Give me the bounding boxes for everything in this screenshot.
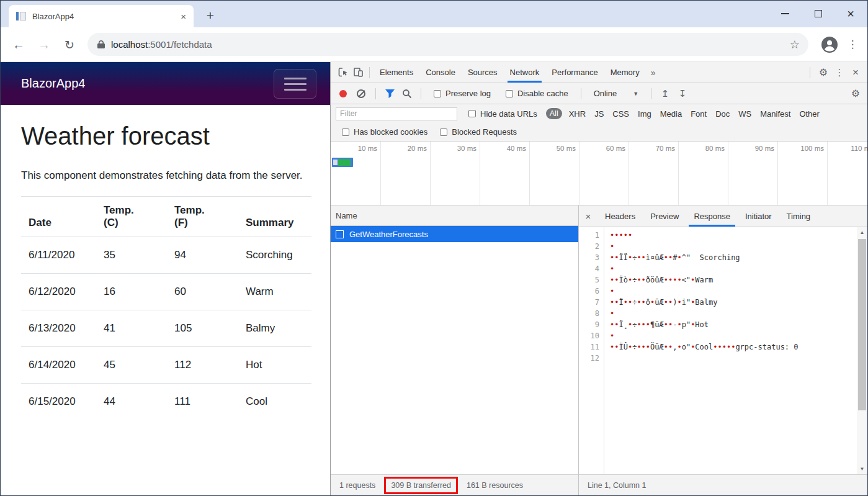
filter-type-manifest[interactable]: Manifest [756, 109, 795, 119]
filter-type-media[interactable]: Media [656, 109, 686, 119]
filter-type-img[interactable]: Img [633, 109, 656, 119]
response-text: <" [682, 276, 691, 284]
navbar-toggler-button[interactable] [274, 69, 316, 99]
preserve-log-toggle[interactable]: Preserve log [434, 89, 491, 98]
devtools-tab-memory[interactable]: Memory [604, 62, 646, 83]
checkbox-icon[interactable] [434, 90, 441, 97]
new-tab-button[interactable]: + [202, 7, 219, 24]
window-maximize-button[interactable] [809, 6, 828, 22]
window-minimize-button[interactable] [776, 6, 794, 22]
filter-type-css[interactable]: CSS [608, 109, 633, 119]
throttling-dropdown[interactable]: Online ▼ [594, 89, 639, 98]
response-text: ô [646, 298, 650, 307]
scroll-down-icon[interactable]: ▼ [857, 464, 867, 474]
filter-type-font[interactable]: Font [686, 109, 711, 119]
browser-tab[interactable]: BlazorApp4 × [9, 5, 194, 27]
record-button[interactable] [339, 90, 347, 97]
has-blocked-cookies-toggle[interactable]: Has blocked cookies [342, 127, 427, 137]
network-overview-timeline[interactable]: 10 ms20 ms30 ms40 ms50 ms60 ms70 ms80 ms… [331, 142, 867, 205]
disable-cache-toggle[interactable]: Disable cache [506, 89, 568, 98]
devtools-menu-icon[interactable]: ⋮ [833, 67, 846, 78]
line-number-gutter: 123456789101112 [579, 227, 604, 474]
more-tabs-button[interactable]: » [646, 62, 661, 83]
table-row: 6/11/20203594Scorching [21, 237, 311, 274]
scrollbar-thumb[interactable] [858, 239, 866, 410]
devtools-settings-icon[interactable]: ⚙ [817, 66, 830, 78]
request-list-name-header[interactable]: Name [331, 205, 578, 226]
response-tab-initiator[interactable]: Initiator [738, 205, 779, 227]
binary-byte-marker: • [610, 287, 614, 295]
export-har-icon[interactable]: ↧ [675, 88, 690, 99]
checkbox-icon[interactable] [468, 110, 476, 117]
address-bar[interactable]: localhost:5001/fetchdata ☆ [87, 33, 808, 56]
filter-type-all[interactable]: All [546, 108, 562, 119]
profile-avatar[interactable] [821, 37, 838, 53]
filter-funnel-icon[interactable] [382, 89, 397, 98]
devtools-top-right-icons: ⚙ ⋮ × [806, 66, 867, 79]
filter-type-js[interactable]: JS [590, 109, 608, 119]
devtools-close-icon[interactable]: × [849, 66, 862, 79]
binary-byte-marker: • [610, 309, 614, 318]
response-scrollbar[interactable]: ▲ ▼ [857, 227, 867, 474]
blocked-requests-toggle[interactable]: Blocked Requests [440, 127, 517, 137]
devtools-tab-sources[interactable]: Sources [462, 62, 504, 83]
devtools-tab-elements[interactable]: Elements [374, 62, 419, 83]
response-tab-response[interactable]: Response [686, 205, 738, 227]
url-text[interactable]: localhost:5001/fetchdata [111, 39, 790, 50]
checkbox-icon[interactable] [342, 129, 349, 136]
table-cell: 44 [96, 384, 167, 420]
network-settings-icon[interactable]: ⚙ [849, 88, 862, 99]
devtools-tab-performance[interactable]: Performance [545, 62, 604, 83]
reload-button[interactable]: ↻ [60, 35, 79, 54]
table-cell: 6/13/2020 [21, 310, 96, 347]
inspect-element-icon[interactable] [336, 67, 351, 78]
response-body[interactable]: 123456789101112 ••••••••ÏÏ•÷••ì¤ûÆ••#•^"… [579, 227, 857, 474]
checkbox-icon[interactable] [506, 90, 513, 97]
app-brand[interactable]: BlazorApp4 [21, 76, 85, 91]
divider [581, 88, 581, 99]
filter-input[interactable] [336, 107, 457, 120]
response-tab-headers[interactable]: Headers [597, 205, 643, 227]
resources-size: 161 B resources [467, 481, 523, 490]
response-detail-panel: × HeadersPreviewResponseInitiatorTiming … [578, 205, 867, 495]
binary-byte-marker: •• [664, 320, 673, 329]
browser-menu-icon[interactable]: ⋮ [846, 36, 859, 53]
filter-type-xhr[interactable]: XHR [565, 109, 590, 119]
divider [810, 67, 810, 78]
scroll-up-icon[interactable]: ▲ [857, 227, 867, 238]
import-har-icon[interactable]: ↥ [658, 88, 673, 99]
filter-type-doc[interactable]: Doc [711, 109, 734, 119]
response-text: ì¤ûÆ [646, 253, 664, 262]
response-tabbar: × HeadersPreviewResponseInitiatorTiming [579, 205, 867, 227]
response-status-bar: Line 1, Column 1 [579, 474, 867, 495]
timeline-label: 60 ms [582, 145, 625, 152]
search-icon[interactable] [400, 89, 414, 99]
tab-title: BlazorApp4 [32, 12, 181, 21]
request-row[interactable]: GetWeatherForecasts [331, 226, 578, 242]
minimize-icon [781, 13, 789, 14]
close-detail-icon[interactable]: × [579, 211, 597, 222]
response-text: ÖüÆ [650, 343, 664, 351]
weather-col-header: Temp. (F) [167, 197, 238, 237]
response-text: ¶üÆ [650, 320, 664, 329]
weather-col-header: Date [21, 197, 96, 237]
clear-icon[interactable] [357, 89, 365, 98]
hide-data-urls-toggle[interactable]: Hide data URLs [468, 109, 537, 119]
devtools-tab-console[interactable]: Console [419, 62, 462, 83]
binary-byte-marker: •• [610, 320, 619, 329]
checkbox-icon[interactable] [440, 129, 447, 136]
response-tab-preview[interactable]: Preview [643, 205, 686, 227]
disable-cache-label: Disable cache [517, 89, 568, 98]
page-description: This component demonstrates fetching dat… [21, 166, 311, 185]
timeline-label: 10 ms [334, 145, 377, 152]
tab-close-icon[interactable]: × [181, 11, 186, 22]
response-line: ••ÏÛ•÷•••ÖüÆ••,•o"•Cool•••••grpc-status:… [610, 341, 857, 353]
window-close-button[interactable]: × [841, 6, 860, 22]
device-toolbar-icon[interactable] [351, 67, 365, 78]
back-button[interactable]: ← [9, 35, 28, 54]
bookmark-star-icon[interactable]: ☆ [790, 38, 800, 52]
devtools-tab-network[interactable]: Network [504, 62, 546, 83]
filter-type-other[interactable]: Other [795, 109, 824, 119]
response-tab-timing[interactable]: Timing [779, 205, 818, 227]
filter-type-ws[interactable]: WS [734, 109, 756, 119]
